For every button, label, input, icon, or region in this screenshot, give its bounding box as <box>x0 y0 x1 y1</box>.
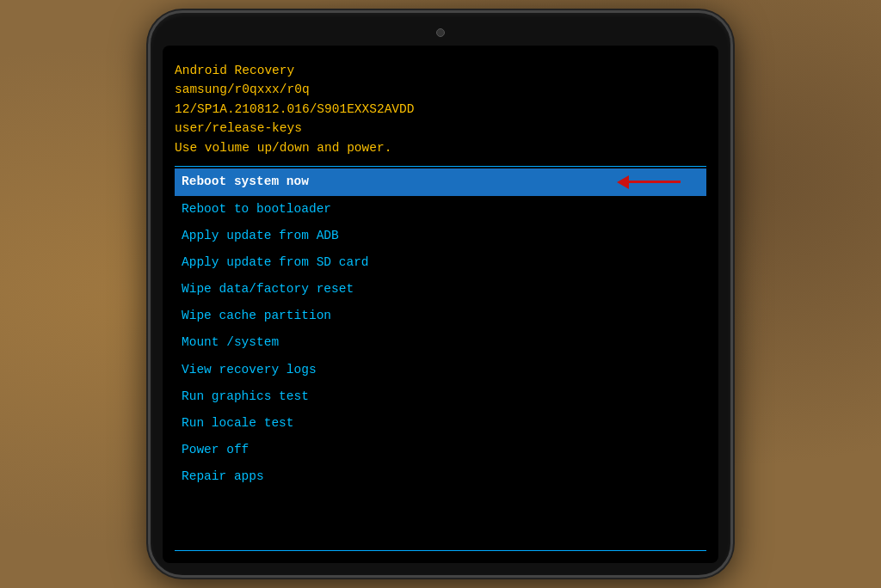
recovery-menu: Reboot system nowReboot to bootloaderApp… <box>175 166 706 551</box>
menu-item-1[interactable]: Reboot to bootloader <box>175 196 706 223</box>
menu-item-7[interactable]: View recovery logs <box>175 357 706 383</box>
menu-item-3[interactable]: Apply update from SD card <box>175 249 706 276</box>
selection-arrow <box>618 175 681 189</box>
phone-device: Android Recovery samsung/r0qxxx/r0q 12/S… <box>148 10 733 578</box>
menu-item-5[interactable]: Wipe cache partition <box>175 303 706 329</box>
menu-item-11[interactable]: Repair apps <box>175 463 706 490</box>
menu-item-9[interactable]: Run locale test <box>175 410 706 437</box>
front-camera <box>436 28 445 37</box>
menu-item-0[interactable]: Reboot system now <box>175 168 706 195</box>
header-title: Android Recovery <box>175 61 706 80</box>
recovery-header: Android Recovery samsung/r0qxxx/r0q 12/S… <box>175 61 706 157</box>
header-line5: Use volume up/down and power. <box>175 138 706 157</box>
menu-item-4[interactable]: Wipe data/factory reset <box>175 276 706 303</box>
menu-item-10[interactable]: Power off <box>175 437 706 463</box>
menu-item-6[interactable]: Mount /system <box>175 329 706 356</box>
menu-item-8[interactable]: Run graphics test <box>175 383 706 410</box>
header-line3: 12/SP1A.210812.016/S901EXXS2AVDD <box>175 100 706 119</box>
header-line2: samsung/r0qxxx/r0q <box>175 80 706 99</box>
header-line4: user/release-keys <box>175 119 706 138</box>
phone-screen: Android Recovery samsung/r0qxxx/r0q 12/S… <box>163 46 718 563</box>
menu-item-2[interactable]: Apply update from ADB <box>175 223 706 249</box>
